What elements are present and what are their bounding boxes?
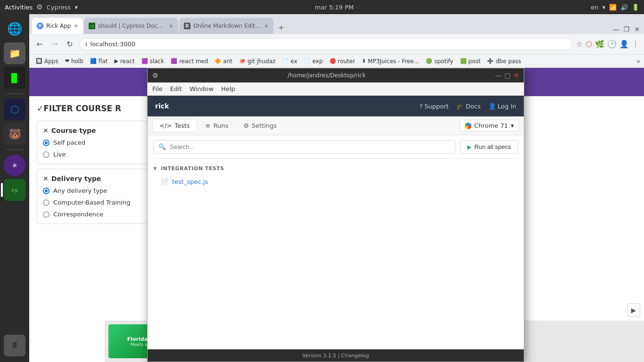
expand-delivery-icon: ✕ bbox=[43, 175, 49, 182]
correspondence-option[interactable]: Correspondence bbox=[43, 211, 162, 218]
bookmark-ant[interactable]: 🔶 ant bbox=[212, 57, 235, 66]
live-radio[interactable] bbox=[43, 151, 50, 158]
cypress-header-actions: ? Support 🎓 Docs 👤 Log In bbox=[419, 103, 516, 110]
bookmark-spotify[interactable]: 🟢 spotify bbox=[423, 57, 456, 66]
insomnia-icon: ✳ bbox=[12, 162, 17, 169]
live-label: Live bbox=[53, 151, 66, 158]
tab-close-rick[interactable]: ✕ bbox=[74, 23, 78, 29]
bookmark-router[interactable]: 🔴 router bbox=[327, 57, 358, 66]
account-icon[interactable]: 👤 bbox=[619, 40, 629, 49]
bookmark-slack[interactable]: 🟪 slack bbox=[139, 57, 167, 66]
menu-icon[interactable]: ⋮ bbox=[632, 40, 639, 49]
integration-tests-header[interactable]: ▼ INTEGRATION TESTS bbox=[148, 163, 524, 174]
taskbar-item-files[interactable]: 📁 bbox=[4, 42, 25, 64]
taskbar-item-chrome[interactable]: 🌐 bbox=[4, 18, 25, 40]
bookmark-holb-label: holb bbox=[71, 58, 83, 65]
login-link[interactable]: 👤 Log In bbox=[488, 103, 516, 110]
browser-selector[interactable]: Chrome 71 ▾ bbox=[460, 120, 519, 132]
any-delivery-radio[interactable] bbox=[43, 188, 50, 194]
bookmark-gitjhudaz[interactable]: 🐙 git jhudaz bbox=[236, 57, 278, 66]
window-close-icon[interactable]: ✕ bbox=[513, 72, 519, 79]
browser-toolbar: ← → ↻ ℹ localhost:3000 ☆ ⬡ 🌿 🕐 👤 ⋮ bbox=[29, 34, 644, 55]
close-browser-button[interactable]: ✕ bbox=[633, 25, 641, 33]
search-box[interactable]: 🔍 bbox=[153, 140, 455, 154]
support-label: Support bbox=[424, 103, 448, 110]
docs-link[interactable]: 🎓 Docs bbox=[456, 103, 481, 110]
tab-settings[interactable]: ⚙ Settings bbox=[237, 119, 283, 132]
browser-selector-label: Chrome 71 bbox=[474, 122, 508, 129]
cypress-icon: cy bbox=[11, 187, 18, 193]
chevron-down-icon[interactable]: ▾ bbox=[602, 4, 605, 11]
run-all-specs-button[interactable]: ▶ Run all specs bbox=[460, 140, 518, 154]
dbepass-favicon-icon: ➕ bbox=[487, 58, 494, 64]
chevron-down-icon[interactable]: ▾ bbox=[74, 4, 78, 11]
bookmark-flat[interactable]: 🟦 flat bbox=[87, 57, 111, 66]
address-bar[interactable]: ℹ localhost:3000 bbox=[79, 38, 572, 50]
window-maximize-icon[interactable]: □ bbox=[504, 72, 511, 79]
forward-button[interactable]: → bbox=[49, 40, 60, 49]
user-icon: 👤 bbox=[488, 103, 496, 110]
delivery-type-header[interactable]: ✕ Delivery type bbox=[43, 175, 162, 182]
window-controls: — □ ✕ bbox=[495, 72, 519, 79]
correspondence-radio[interactable] bbox=[43, 211, 50, 218]
computer-based-option[interactable]: Computer-Based Training bbox=[43, 199, 162, 206]
activities-button[interactable]: Activities bbox=[5, 4, 33, 11]
menu-edit[interactable]: Edit bbox=[170, 85, 182, 92]
bookmark-react[interactable]: ▶️ react bbox=[111, 57, 137, 66]
bookmark-mp3[interactable]: ⬇️ MP3Juices - Free... bbox=[359, 57, 422, 66]
tab-tests[interactable]: </> Tests bbox=[152, 119, 197, 132]
bookmark-star-icon[interactable]: ☆ bbox=[576, 40, 583, 49]
any-delivery-option[interactable]: Any delivery type bbox=[43, 187, 162, 194]
back-button[interactable]: ← bbox=[34, 40, 45, 49]
taskbar-item-insomnia[interactable]: ✳ bbox=[4, 155, 25, 176]
scroll-right-button[interactable]: ▶ bbox=[627, 304, 640, 317]
bookmarks-bar: 🔲 Apps ❤️ holb 🟦 flat ▶️ react 🟪 slack 🟪… bbox=[29, 55, 644, 68]
taskbar-item-apps[interactable]: ⠿ bbox=[4, 335, 25, 356]
tab-runs[interactable]: ≡ Runs bbox=[199, 119, 235, 132]
router-favicon-icon: 🔴 bbox=[330, 58, 336, 64]
new-tab-button[interactable]: + bbox=[274, 21, 288, 34]
test-file-item[interactable]: 📄 test_spec.js bbox=[148, 174, 524, 189]
lang-indicator[interactable]: en bbox=[591, 4, 598, 11]
browser-tab-markdown[interactable]: D Online Markdown Editor... ✕ bbox=[179, 18, 273, 34]
window-minimize-icon[interactable]: — bbox=[495, 72, 502, 79]
taskbar-item-vscode[interactable]: ⬡ bbox=[4, 99, 25, 120]
runs-tab-label: Runs bbox=[213, 122, 228, 129]
bookmark-apps[interactable]: 🔲 Apps bbox=[33, 57, 61, 66]
clock-extension-icon[interactable]: 🕐 bbox=[607, 40, 617, 49]
support-link[interactable]: ? Support bbox=[419, 103, 448, 110]
browser-tab-active[interactable]: R Rick App ✕ bbox=[32, 18, 83, 34]
self-paced-option[interactable]: Self paced bbox=[43, 139, 162, 146]
correspondence-label: Correspondence bbox=[53, 211, 103, 218]
taskbar-item-cypress[interactable]: cy bbox=[4, 179, 25, 201]
restore-browser-button[interactable]: ❐ bbox=[622, 25, 631, 33]
tab-close-cypress[interactable]: ✕ bbox=[169, 23, 173, 29]
bookmarks-more-button[interactable]: » bbox=[636, 58, 640, 65]
taskbar-item-bear[interactable]: 🐻 bbox=[4, 123, 25, 145]
tab-favicon-cypress: cy bbox=[89, 23, 95, 29]
bookmark-exp[interactable]: 📄 exp bbox=[301, 57, 326, 66]
minimize-browser-button[interactable]: — bbox=[612, 25, 620, 33]
menu-window[interactable]: Window bbox=[190, 85, 214, 92]
bookmark-holb[interactable]: ❤️ holb bbox=[62, 57, 86, 66]
system-gear-icon[interactable]: ⚙ bbox=[36, 3, 42, 11]
search-input[interactable] bbox=[170, 143, 450, 150]
bookmark-post[interactable]: 🟩 post bbox=[457, 57, 484, 66]
self-paced-radio[interactable] bbox=[43, 140, 50, 146]
reload-button[interactable]: ↻ bbox=[64, 40, 75, 49]
browser-tab-cypress[interactable]: cy should | Cypress Docume... ✕ bbox=[84, 18, 178, 34]
run-all-label: Run all specs bbox=[474, 143, 511, 150]
bookmark-ex[interactable]: 📄 ex bbox=[279, 57, 300, 66]
extension-2-icon[interactable]: 🌿 bbox=[595, 40, 604, 49]
computer-based-radio[interactable] bbox=[43, 199, 50, 206]
any-delivery-label: Any delivery type bbox=[53, 187, 107, 194]
taskbar-item-terminal[interactable]: ▉ bbox=[4, 67, 25, 89]
tab-close-markdown[interactable]: ✕ bbox=[264, 23, 268, 29]
bookmark-reactmed[interactable]: 🟪 react med bbox=[168, 57, 211, 66]
bookmark-dbepass[interactable]: ➕ dbe pass bbox=[484, 57, 524, 66]
extension-1-icon[interactable]: ⬡ bbox=[586, 40, 592, 49]
live-option[interactable]: Live bbox=[43, 151, 162, 158]
menu-help[interactable]: Help bbox=[221, 85, 235, 92]
menu-file[interactable]: File bbox=[152, 85, 163, 92]
course-type-header[interactable]: ✕ Course type bbox=[43, 127, 162, 134]
